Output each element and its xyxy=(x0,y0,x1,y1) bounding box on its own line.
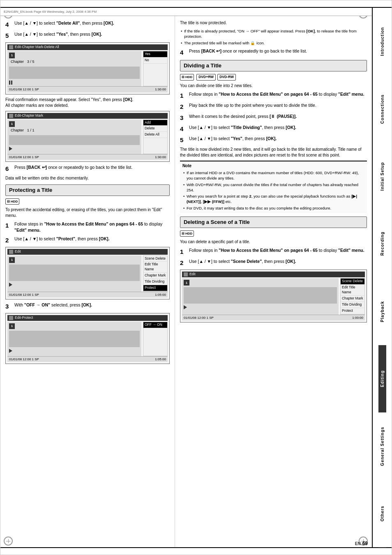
screen5-date: 01/01/08 12:00 1 SP xyxy=(184,315,214,320)
screen-edit-scene-delete: Edit 1 Scene Delete Edi xyxy=(180,269,367,322)
protecting-step-3-text: With "OFF → ON" selected, press [OK]. xyxy=(14,302,92,308)
dividing-step-5-num: 5 xyxy=(180,136,187,144)
deleting-scene-device-icons: ⊟ HDD xyxy=(180,230,367,237)
dividing-after-step5: The title is now divided into 2 new titl… xyxy=(180,147,367,158)
screen5-menu-edit-title: Edit Title Name xyxy=(341,285,364,296)
top-border xyxy=(0,0,392,8)
sidebar-tab-connections[interactable]: Connections xyxy=(378,75,386,143)
hdd-label: HDD xyxy=(11,199,18,204)
sidebar-tab-playback[interactable]: Playback xyxy=(378,278,386,345)
right-column: The title is now protected. If the title… xyxy=(175,16,372,547)
left-column: 4 Use [▲ / ▼] to select "Delete All", th… xyxy=(0,16,175,547)
screen4-play-area xyxy=(9,349,140,355)
screen4-infobar: 01/01/08 12:00 1 SP 1:05:00 xyxy=(7,356,168,362)
screen1-video-preview xyxy=(9,67,140,79)
dividing-step-4: 4 Use [▲ / ▼] to select "Title Dividing"… xyxy=(180,124,367,133)
protecting-step-4-num: 4 xyxy=(180,48,187,57)
screen4-title: Edit-Protect xyxy=(15,315,33,320)
screen1-date: 01/01/08 12:00 1 SP xyxy=(9,87,39,92)
protecting-step-2-text: Use [▲ / ▼] to select "Protect", then pr… xyxy=(14,236,110,242)
dividing-step-5-text: Use [▲ / ▼] to select "Yes", then press … xyxy=(189,136,277,142)
file-info-text: E2N41BN_EN.book Page 69 Wednesday, July … xyxy=(4,10,97,14)
dividing-note: Note If an internal HDD or a DVD contain… xyxy=(180,161,367,213)
dividing-intro-text: You can divide one title into 2 new titl… xyxy=(180,83,367,89)
sidebar-tab-recording[interactable]: Recording xyxy=(378,210,386,277)
screen3-play-area xyxy=(9,283,140,288)
section-deleting-scene-label: Deleting a Scene of a Title xyxy=(184,219,250,226)
screen2-chapter-num: 1 / 1 xyxy=(27,128,35,133)
sidebar-tab-introduction[interactable]: Introduction xyxy=(378,8,386,75)
screen4-right: OFF → ON xyxy=(143,322,168,356)
protecting-step-1-num: 1 xyxy=(5,221,13,230)
screen2-video-preview xyxy=(9,135,140,145)
section-protecting-label: Protecting a Title xyxy=(9,187,52,194)
screen2-play-area xyxy=(9,147,140,152)
protecting-step-2: 2 Use [▲ / ▼] to select "Protect", then … xyxy=(5,236,170,244)
screen2-date: 01/01/08 12:00 1 SP xyxy=(9,155,39,159)
screen5-infobar: 01/01/08 12:00 1 SP 1:00:00 xyxy=(182,315,365,320)
screen2-time: 1:30:00 xyxy=(155,155,166,159)
dividing-step-5: 5 Use [▲ / ▼] to select "Yes", then pres… xyxy=(180,136,367,144)
step-5-yes: 5 Use [▲ / ▼] to select "Yes", then pres… xyxy=(5,31,170,40)
screen2-title: Edit-Chapter Mark xyxy=(15,113,43,118)
protecting-step-1: 1 Follow steps in "How to Access the Edi… xyxy=(5,221,170,233)
screen2-menu-add: Add xyxy=(143,120,167,126)
step-4-text: Use [▲ / ▼] to select "Delete All", then… xyxy=(14,20,114,26)
screen1-titlebar: Edit-Chapter Mark-Delete All xyxy=(7,44,168,50)
dividing-step-1: 1 Follow steps in "How to Access the Edi… xyxy=(180,91,367,100)
dividing-step-4-text: Use [▲ / ▼] to select "Title Dividing", … xyxy=(189,124,296,131)
deleting-scene-step-2: 2 Use [▲ / ▼] to select "Scene Delete", … xyxy=(180,258,367,267)
screen5-left: 1 xyxy=(182,278,339,314)
screen3-play-icon xyxy=(9,283,12,287)
screen4-time: 1:05:00 xyxy=(155,357,166,362)
sidebar-tab-others[interactable]: Others xyxy=(378,480,386,547)
screen1-time: 1:30:00 xyxy=(155,87,166,92)
screen4-icon xyxy=(9,316,13,320)
screen3-infobar: 01/01/08 12:00 1 SP 1:05:00 xyxy=(7,292,168,297)
screen1-chapter-num: 3 / 5 xyxy=(27,59,35,64)
protecting-step-3: 3 With "OFF → ON" selected, press [OK]. xyxy=(5,302,170,311)
sidebar-tab-editing[interactable]: Editing xyxy=(378,345,386,412)
dividing-dvd-mrw-icon: DVD-RW xyxy=(217,74,236,81)
protecting-step-3-num: 3 xyxy=(5,302,13,311)
screen-edit-protect-off-on: Edit-Protect 1 OFF → ON xyxy=(5,313,170,364)
screen3-icon xyxy=(9,250,13,254)
screen1-menu-yes: Yes xyxy=(143,51,167,58)
sidebar-tab-general-settings[interactable]: General Settings xyxy=(378,412,386,480)
step-4-num: 4 xyxy=(5,20,13,29)
screen1-left: 1 Chapter 3 / 5 xyxy=(7,51,141,87)
screen1-icon xyxy=(9,45,13,49)
screen2-body: 1 Chapter 1 / 1 Add xyxy=(7,120,168,154)
sidebar-tab-initial-setup[interactable]: Initial Setup xyxy=(378,143,386,210)
step-6-back: 6 Press [BACK ↩] once or repeatedly to g… xyxy=(5,164,170,173)
dividing-hdd-symbol: ⊟ xyxy=(182,75,184,79)
screen5-video-preview xyxy=(184,287,337,304)
note-bullet-3: When you search for a point at step 2, y… xyxy=(182,193,364,205)
section-dividing-label: Dividing a Title xyxy=(184,62,221,69)
screen5-title: Edit xyxy=(189,272,196,277)
screen5-icon xyxy=(184,272,188,276)
screen2-titlebar: Edit-Chapter Mark xyxy=(7,113,168,119)
screen5-titlebar: Edit xyxy=(182,272,365,277)
dividing-step-2-text: Play back the title up to the point wher… xyxy=(189,102,316,108)
protecting-step-4: 4 Press [BACK ↩] once or repeatedly to g… xyxy=(180,48,367,57)
screen2-chapter-label: Chapter xyxy=(11,128,24,133)
play-icon xyxy=(9,147,12,151)
screen5-right: Scene Delete Edit Title Name Chapter Mar… xyxy=(340,278,365,314)
screen1-infobar: 01/01/08 12:00 1 SP 1:30:00 xyxy=(7,86,168,92)
screen3-menu-protect: Protect xyxy=(143,285,167,291)
screen5-play-icon xyxy=(184,305,187,309)
dividing-step-1-num: 1 xyxy=(180,91,187,100)
section-dividing-title: Dividing a Title xyxy=(180,60,367,71)
screen2-badge: 1 xyxy=(9,121,15,127)
screen4-play-icon xyxy=(9,349,12,353)
screen-edit-protect: Edit 1 Scene Delete Edi xyxy=(5,247,170,299)
screen3-right: Scene Delete Edit Title Name Chapter Mar… xyxy=(143,256,168,292)
screen1-chapter-info: Chapter 3 / 5 xyxy=(9,58,140,65)
dividing-step-2-num: 2 xyxy=(180,102,187,111)
screen3-menu-edit-title: Edit Title Name xyxy=(143,262,167,273)
screen4-video-preview xyxy=(9,331,140,347)
deleting-scene-step-1: 1 Follow steps in "How to Access the Edi… xyxy=(180,247,367,256)
screen3-menu-chapter: Chapter Mark xyxy=(143,273,167,279)
page-container: E2N41BN_EN.book Page 69 Wednesday, July … xyxy=(0,0,392,555)
